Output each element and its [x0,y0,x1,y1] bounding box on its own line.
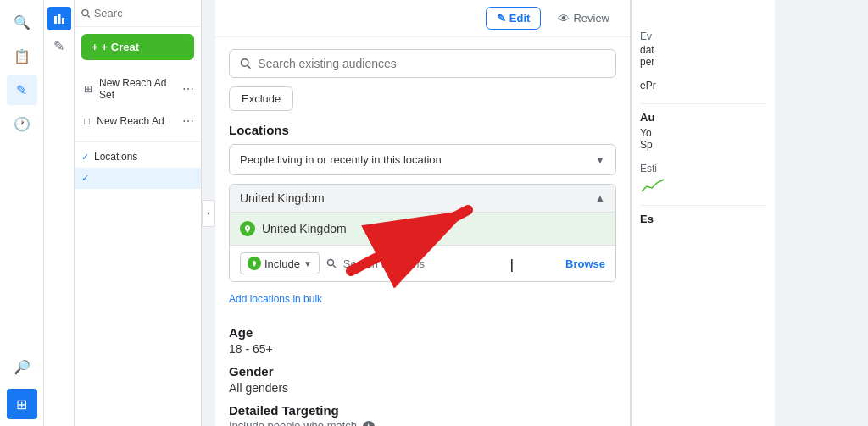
left-panel: + + Creat ⊞ New Reach Ad Set ⋯ □ New Rea… [75,0,202,426]
check-icon-1: ✓ [81,152,89,163]
tool-bar: ✎ [44,0,75,426]
location-box: United Kingdom ▲ United Kingdom [229,184,616,282]
svg-rect-2 [62,18,64,24]
header-row: ✎ Edit 👁 Review [215,0,630,37]
review-button[interactable]: 👁 Review [548,8,620,30]
gender-value: All genders [229,381,616,395]
grid-icon[interactable]: ⊞ [7,389,37,419]
svg-point-7 [247,227,248,229]
search-bar [75,0,201,27]
rp-estimate-section: Esti [640,163,766,193]
audiences-search-icon [240,58,251,69]
include-button[interactable]: Include ▼ [240,252,320,274]
scroll-up-icon[interactable]: ▲ [595,192,605,204]
info-icon: i [363,421,375,427]
create-button[interactable]: + + Creat [81,34,194,60]
dt-subtitle: Include people who match i [229,419,616,426]
browse-link[interactable]: Browse [565,257,605,270]
svg-point-8 [327,260,333,266]
icon-bar: 🔍 📋 ✎ 🕐 🔎 ⊞ [0,0,44,426]
main-content: ✎ Edit 👁 Review Exclude Locations Peop [215,0,868,426]
location-dropdown[interactable]: People living in or recently in this loc… [229,144,616,175]
location-item-uk[interactable]: United Kingdom [230,212,615,245]
ad-icon: □ [84,115,90,127]
more-icon-adset[interactable]: ⋯ [182,82,194,96]
mini-chart-icon [640,176,665,193]
search-icon[interactable]: 🔍 [7,7,37,37]
rp-section-ep: ePr [640,80,766,91]
search-small-icon [81,8,91,19]
nav-item-ad[interactable]: □ New Reach Ad ⋯ [75,108,201,135]
edit-pencil-icon: ✎ [497,12,506,25]
nav-row-label-1: Locations [94,151,137,163]
pencil-icon[interactable]: ✎ [7,75,37,105]
pencil-tool-icon[interactable]: ✎ [47,34,71,58]
age-section: Age 18 - 65+ [229,325,616,356]
exclude-button[interactable]: Exclude [229,86,293,111]
svg-line-9 [333,265,336,268]
gender-section: Gender All genders [229,364,616,395]
zoom-icon[interactable]: 🔎 [7,351,37,382]
clock-icon[interactable]: 🕐 [7,108,37,139]
location-search-icon [326,258,337,268]
nav-row-off-1[interactable]: ✓ Locations [75,146,201,168]
add-bulk-link[interactable]: Add locations in bulk [229,293,322,305]
search-audiences-input[interactable] [258,57,605,70]
review-eye-icon: 👁 [558,12,570,25]
search-audiences-field[interactable] [229,49,616,78]
clipboard-icon[interactable]: 📋 [7,41,37,71]
gender-label: Gender [229,364,616,379]
age-label: Age [229,325,616,340]
bar-chart-icon[interactable] [47,7,71,30]
edit-button[interactable]: ✎ Edit [486,7,542,30]
rp-bottom-section: Es [640,213,766,225]
location-header: United Kingdom ▲ [230,185,615,212]
age-value: 18 - 65+ [229,342,616,356]
left-search-input[interactable] [94,7,194,19]
check-icon-2: ✓ [81,173,89,184]
svg-line-4 [88,15,90,17]
svg-point-5 [241,59,248,67]
dropdown-chevron: ▼ [595,154,605,166]
svg-point-3 [82,9,88,15]
detailed-targeting: Detailed Targeting Include people who ma… [229,403,616,426]
locations-label: Locations [229,123,616,137]
location-search-row: Include ▼ Browse [230,245,615,281]
more-icon-ad[interactable]: ⋯ [182,114,194,128]
svg-rect-0 [54,16,57,24]
svg-line-6 [248,65,250,68]
nav-item-adset[interactable]: ⊞ New Reach Ad Set ⋯ [75,70,201,108]
location-search-input[interactable] [343,257,559,270]
plus-icon: + [92,41,98,53]
svg-rect-1 [58,14,60,24]
locations-section: Locations People living in or recently i… [229,123,616,317]
nav-row-off-2[interactable]: ✓ [75,168,201,189]
include-dot [248,257,261,270]
collapse-handle[interactable]: ‹ [202,200,215,227]
rp-section-1: Ev dat per [640,30,766,68]
right-panel: Ev dat per ePr Au Yo Sp Esti Es [631,0,775,426]
location-green-dot [240,221,255,236]
adset-icon: ⊞ [84,83,92,95]
rp-audience-section: Au Yo Sp [640,111,766,151]
include-chevron: ▼ [303,259,312,268]
dt-title: Detailed Targeting [229,403,616,418]
